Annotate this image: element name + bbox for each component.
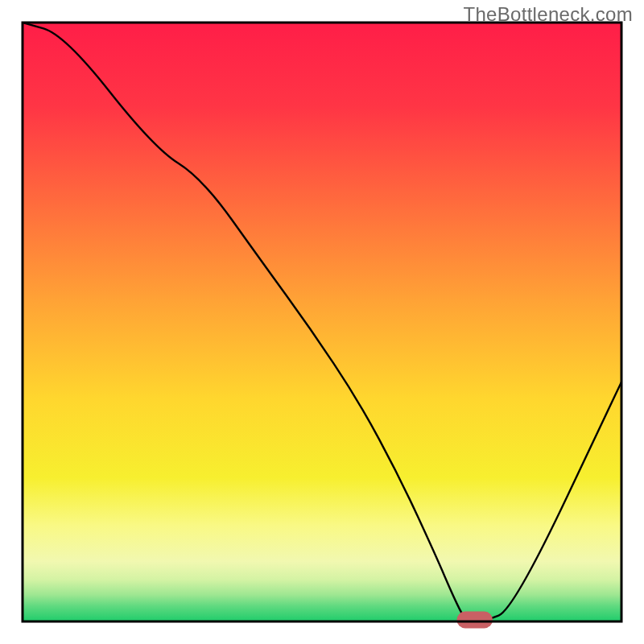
gradient-background [23,23,621,621]
optimal-marker [456,612,493,629]
chart-container: TheBottleneck.com [0,0,644,644]
plot-area [23,23,621,628]
chart-plot [0,0,644,644]
watermark-label: TheBottleneck.com [463,3,633,26]
